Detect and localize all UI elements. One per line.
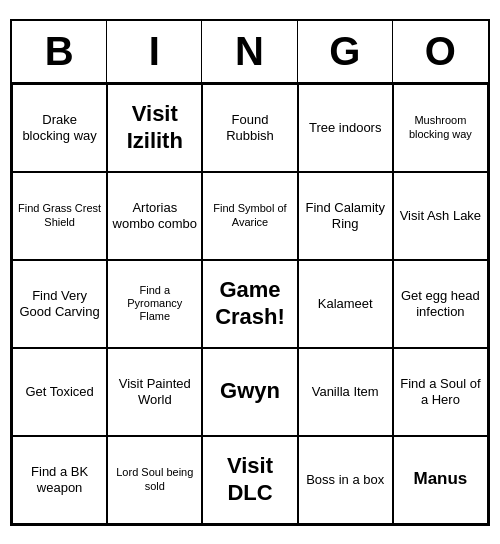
bingo-cell-18[interactable]: Vanilla Item	[298, 348, 393, 436]
bingo-cell-5[interactable]: Find Grass Crest Shield	[12, 172, 107, 260]
bingo-cell-4[interactable]: Mushroom blocking way	[393, 84, 488, 172]
bingo-letter-i: I	[107, 21, 202, 82]
bingo-cell-2[interactable]: Found Rubbish	[202, 84, 297, 172]
bingo-cell-11[interactable]: Find a Pyromancy Flame	[107, 260, 202, 348]
bingo-cell-19[interactable]: Find a Soul of a Hero	[393, 348, 488, 436]
bingo-cell-21[interactable]: Lord Soul being sold	[107, 436, 202, 524]
bingo-cell-7[interactable]: Find Symbol of Avarice	[202, 172, 297, 260]
bingo-cell-14[interactable]: Get egg head infection	[393, 260, 488, 348]
bingo-cell-9[interactable]: Visit Ash Lake	[393, 172, 488, 260]
bingo-letter-b: B	[12, 21, 107, 82]
bingo-cell-10[interactable]: Find Very Good Carving	[12, 260, 107, 348]
bingo-card: BINGO Drake blocking wayVisit IzilithFou…	[10, 19, 490, 526]
bingo-cell-23[interactable]: Boss in a box	[298, 436, 393, 524]
bingo-cell-24[interactable]: Manus	[393, 436, 488, 524]
bingo-cell-16[interactable]: Visit Painted World	[107, 348, 202, 436]
bingo-letter-g: G	[298, 21, 393, 82]
bingo-cell-12[interactable]: Game Crash!	[202, 260, 297, 348]
bingo-letter-n: N	[202, 21, 297, 82]
bingo-cell-8[interactable]: Find Calamity Ring	[298, 172, 393, 260]
bingo-cell-22[interactable]: Visit DLC	[202, 436, 297, 524]
bingo-letter-o: O	[393, 21, 488, 82]
bingo-grid: Drake blocking wayVisit IzilithFound Rub…	[12, 84, 488, 524]
bingo-cell-20[interactable]: Find a BK weapon	[12, 436, 107, 524]
bingo-cell-6[interactable]: Artorias wombo combo	[107, 172, 202, 260]
bingo-cell-13[interactable]: Kalameet	[298, 260, 393, 348]
bingo-header: BINGO	[12, 21, 488, 84]
bingo-cell-3[interactable]: Tree indoors	[298, 84, 393, 172]
bingo-cell-0[interactable]: Drake blocking way	[12, 84, 107, 172]
bingo-cell-1[interactable]: Visit Izilith	[107, 84, 202, 172]
bingo-cell-15[interactable]: Get Toxiced	[12, 348, 107, 436]
bingo-cell-17[interactable]: Gwyn	[202, 348, 297, 436]
